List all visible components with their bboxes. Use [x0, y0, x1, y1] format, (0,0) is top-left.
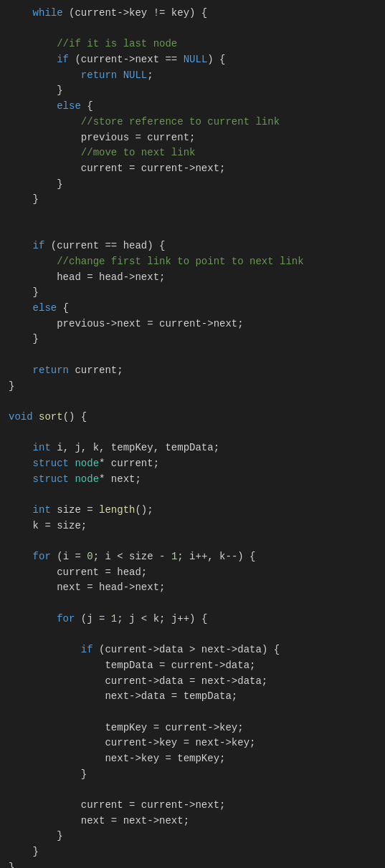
code-line — [0, 534, 385, 549]
code-line — [0, 705, 385, 720]
code-line: struct node* next; — [0, 472, 385, 488]
code-line: else { — [0, 99, 385, 115]
code-line: k = size; — [0, 519, 385, 534]
code-line — [0, 487, 385, 503]
code-line: while (current->key != key) { — [0, 6, 385, 21]
code-line: tempKey = current->key; — [0, 720, 385, 736]
code-line: current = current->next; — [0, 161, 385, 177]
code-line: return current; — [0, 363, 385, 379]
code-line: next = head->next; — [0, 580, 385, 596]
code-line: return NULL; — [0, 68, 385, 84]
code-line: next->data = tempData; — [0, 689, 385, 705]
code-line: else { — [0, 301, 385, 317]
code-line — [0, 208, 385, 223]
code-line: for (j = 1; j < k; j++) { — [0, 612, 385, 627]
code-line: next->key = tempKey; — [0, 751, 385, 767]
code-line: } — [0, 83, 385, 99]
code-line — [0, 596, 385, 612]
code-line — [0, 425, 385, 441]
code-line: if (current == head) { — [0, 238, 385, 254]
code-line: } — [0, 844, 385, 860]
code-line: } — [0, 829, 385, 844]
code-line: current->data = next->data; — [0, 674, 385, 690]
code-line — [0, 782, 385, 798]
code-line: //change first link to point to next lin… — [0, 254, 385, 270]
code-line: //move to next link — [0, 145, 385, 161]
code-line: previous = current; — [0, 130, 385, 146]
code-line: for (i = 0; i < size - 1; i++, k--) { — [0, 549, 385, 565]
code-line: } — [0, 767, 385, 783]
code-line: //store reference to current link — [0, 115, 385, 130]
code-line: //if it is last node — [0, 37, 385, 52]
code-line: } — [0, 860, 385, 868]
code-line: int i, j, k, tempKey, tempData; — [0, 440, 385, 456]
code-line: previous->next = current->next; — [0, 317, 385, 332]
code-line: if (current->next == NULL) { — [0, 52, 385, 68]
code-line: current = head; — [0, 565, 385, 581]
code-line: current->key = next->key; — [0, 736, 385, 751]
code-line — [0, 21, 385, 37]
code-line: head = head->next; — [0, 270, 385, 286]
code-line: next = next->next; — [0, 814, 385, 829]
code-line: if (current->data > next->data) { — [0, 642, 385, 658]
code-line — [0, 627, 385, 643]
code-line: current = current->next; — [0, 798, 385, 814]
code-line — [0, 223, 385, 239]
code-line: } — [0, 192, 385, 208]
code-line: void sort() { — [0, 410, 385, 425]
code-line: } — [0, 177, 385, 193]
code-line: struct node* current; — [0, 456, 385, 472]
code-block: while (current->key != key) { //if it is… — [0, 0, 385, 868]
code-line: } — [0, 332, 385, 347]
code-line — [0, 394, 385, 410]
code-line: } — [0, 285, 385, 301]
code-line — [0, 347, 385, 363]
code-line: tempData = current->data; — [0, 658, 385, 674]
code-line: } — [0, 379, 385, 395]
code-line: int size = length(); — [0, 503, 385, 519]
